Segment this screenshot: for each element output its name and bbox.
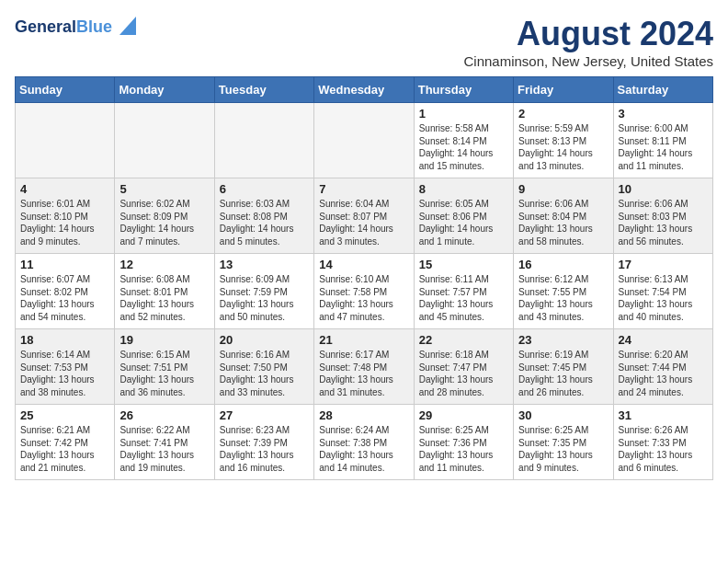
calendar-cell xyxy=(115,103,214,178)
calendar-cell: 26Sunrise: 6:22 AM Sunset: 7:41 PM Dayli… xyxy=(115,405,214,480)
day-info: Sunrise: 6:14 AM Sunset: 7:53 PM Dayligh… xyxy=(20,349,109,398)
weekday-header-sunday: Sunday xyxy=(16,77,115,103)
day-info: Sunrise: 6:20 AM Sunset: 7:44 PM Dayligh… xyxy=(619,349,708,398)
week-row-5: 25Sunrise: 6:21 AM Sunset: 7:42 PM Dayli… xyxy=(16,405,713,480)
day-info: Sunrise: 6:16 AM Sunset: 7:50 PM Dayligh… xyxy=(220,349,309,398)
day-number: 4 xyxy=(20,182,109,196)
day-info: Sunrise: 6:03 AM Sunset: 8:08 PM Dayligh… xyxy=(220,198,309,247)
day-info: Sunrise: 5:58 AM Sunset: 8:14 PM Dayligh… xyxy=(419,122,508,172)
day-info: Sunrise: 6:24 AM Sunset: 7:38 PM Dayligh… xyxy=(319,424,408,474)
day-number: 26 xyxy=(119,408,209,422)
day-number: 14 xyxy=(319,258,408,271)
day-number: 28 xyxy=(319,408,408,422)
day-number: 20 xyxy=(220,333,309,347)
day-number: 7 xyxy=(319,182,408,196)
day-number: 29 xyxy=(419,408,508,422)
logo-icon xyxy=(116,17,136,37)
calendar-cell: 15Sunrise: 6:11 AM Sunset: 7:57 PM Dayli… xyxy=(414,254,513,329)
page-header: GeneralBlue August 2024 Cinnaminson, New… xyxy=(15,15,713,69)
calendar-cell: 24Sunrise: 6:20 AM Sunset: 7:44 PM Dayli… xyxy=(613,329,712,405)
weekday-header-saturday: Saturday xyxy=(613,77,712,103)
day-info: Sunrise: 6:12 AM Sunset: 7:55 PM Dayligh… xyxy=(518,273,608,323)
day-number: 27 xyxy=(220,408,309,422)
day-number: 25 xyxy=(20,408,109,422)
day-number: 17 xyxy=(619,258,708,271)
day-info: Sunrise: 6:02 AM Sunset: 8:09 PM Dayligh… xyxy=(119,198,209,247)
day-info: Sunrise: 6:19 AM Sunset: 7:45 PM Dayligh… xyxy=(518,349,608,398)
calendar-cell: 30Sunrise: 6:25 AM Sunset: 7:35 PM Dayli… xyxy=(514,405,613,480)
day-info: Sunrise: 6:22 AM Sunset: 7:41 PM Dayligh… xyxy=(119,424,209,474)
day-number: 12 xyxy=(119,258,209,271)
day-info: Sunrise: 6:06 AM Sunset: 8:04 PM Dayligh… xyxy=(518,198,608,247)
day-info: Sunrise: 6:18 AM Sunset: 7:47 PM Dayligh… xyxy=(419,349,508,398)
day-number: 3 xyxy=(619,107,708,121)
calendar-cell: 10Sunrise: 6:06 AM Sunset: 8:03 PM Dayli… xyxy=(613,178,712,254)
weekday-header-row: SundayMondayTuesdayWednesdayThursdayFrid… xyxy=(16,77,713,103)
day-info: Sunrise: 6:05 AM Sunset: 8:06 PM Dayligh… xyxy=(419,198,508,247)
calendar-cell: 2Sunrise: 5:59 AM Sunset: 8:13 PM Daylig… xyxy=(514,103,613,178)
week-row-3: 11Sunrise: 6:07 AM Sunset: 8:02 PM Dayli… xyxy=(16,254,713,329)
day-info: Sunrise: 6:08 AM Sunset: 8:01 PM Dayligh… xyxy=(119,273,209,323)
day-number: 11 xyxy=(20,258,109,271)
week-row-4: 18Sunrise: 6:14 AM Sunset: 7:53 PM Dayli… xyxy=(16,329,713,405)
calendar-cell: 4Sunrise: 6:01 AM Sunset: 8:10 PM Daylig… xyxy=(16,178,115,254)
calendar-cell: 22Sunrise: 6:18 AM Sunset: 7:47 PM Dayli… xyxy=(414,329,513,405)
day-number: 18 xyxy=(20,333,109,347)
calendar-cell: 3Sunrise: 6:00 AM Sunset: 8:11 PM Daylig… xyxy=(613,103,712,178)
day-info: Sunrise: 6:10 AM Sunset: 7:58 PM Dayligh… xyxy=(319,273,408,323)
calendar-cell: 14Sunrise: 6:10 AM Sunset: 7:58 PM Dayli… xyxy=(314,254,414,329)
day-number: 30 xyxy=(518,408,608,422)
day-info: Sunrise: 6:25 AM Sunset: 7:36 PM Dayligh… xyxy=(419,424,508,474)
calendar-table: SundayMondayTuesdayWednesdayThursdayFrid… xyxy=(15,76,713,480)
day-info: Sunrise: 6:11 AM Sunset: 7:57 PM Dayligh… xyxy=(419,273,508,323)
logo-text: GeneralBlue xyxy=(15,18,112,37)
calendar-cell: 16Sunrise: 6:12 AM Sunset: 7:55 PM Dayli… xyxy=(514,254,613,329)
day-info: Sunrise: 6:13 AM Sunset: 7:54 PM Dayligh… xyxy=(619,273,708,323)
day-number: 31 xyxy=(619,408,708,422)
weekday-header-friday: Friday xyxy=(514,77,613,103)
day-number: 23 xyxy=(518,333,608,347)
logo: GeneralBlue xyxy=(15,15,136,40)
calendar-cell xyxy=(214,103,313,178)
calendar-cell: 9Sunrise: 6:06 AM Sunset: 8:04 PM Daylig… xyxy=(514,178,613,254)
calendar-cell: 19Sunrise: 6:15 AM Sunset: 7:51 PM Dayli… xyxy=(115,329,214,405)
svg-marker-0 xyxy=(119,17,136,35)
calendar-cell: 28Sunrise: 6:24 AM Sunset: 7:38 PM Dayli… xyxy=(314,405,414,480)
calendar-cell: 17Sunrise: 6:13 AM Sunset: 7:54 PM Dayli… xyxy=(613,254,712,329)
calendar-cell: 12Sunrise: 6:08 AM Sunset: 8:01 PM Dayli… xyxy=(115,254,214,329)
day-number: 16 xyxy=(518,258,608,271)
weekday-header-thursday: Thursday xyxy=(414,77,513,103)
day-info: Sunrise: 6:07 AM Sunset: 8:02 PM Dayligh… xyxy=(20,273,109,323)
day-number: 21 xyxy=(319,333,408,347)
day-info: Sunrise: 6:09 AM Sunset: 7:59 PM Dayligh… xyxy=(220,273,309,323)
calendar-cell: 1Sunrise: 5:58 AM Sunset: 8:14 PM Daylig… xyxy=(414,103,513,178)
calendar-cell: 31Sunrise: 6:26 AM Sunset: 7:33 PM Dayli… xyxy=(613,405,712,480)
day-number: 9 xyxy=(518,182,608,196)
calendar-cell: 29Sunrise: 6:25 AM Sunset: 7:36 PM Dayli… xyxy=(414,405,513,480)
day-number: 15 xyxy=(419,258,508,271)
day-info: Sunrise: 6:17 AM Sunset: 7:48 PM Dayligh… xyxy=(319,349,408,398)
day-number: 6 xyxy=(220,182,309,196)
calendar-cell: 23Sunrise: 6:19 AM Sunset: 7:45 PM Dayli… xyxy=(514,329,613,405)
calendar-cell xyxy=(16,103,115,178)
day-number: 10 xyxy=(619,182,708,196)
day-number: 8 xyxy=(419,182,508,196)
calendar-cell: 25Sunrise: 6:21 AM Sunset: 7:42 PM Dayli… xyxy=(16,405,115,480)
week-row-2: 4Sunrise: 6:01 AM Sunset: 8:10 PM Daylig… xyxy=(16,178,713,254)
day-info: Sunrise: 6:21 AM Sunset: 7:42 PM Dayligh… xyxy=(20,424,109,474)
day-number: 19 xyxy=(119,333,209,347)
calendar-cell: 20Sunrise: 6:16 AM Sunset: 7:50 PM Dayli… xyxy=(214,329,313,405)
day-info: Sunrise: 6:00 AM Sunset: 8:11 PM Dayligh… xyxy=(619,122,708,172)
month-title: August 2024 xyxy=(463,15,713,53)
calendar-cell: 8Sunrise: 6:05 AM Sunset: 8:06 PM Daylig… xyxy=(414,178,513,254)
day-info: Sunrise: 5:59 AM Sunset: 8:13 PM Dayligh… xyxy=(518,122,608,172)
calendar-cell: 21Sunrise: 6:17 AM Sunset: 7:48 PM Dayli… xyxy=(314,329,414,405)
day-info: Sunrise: 6:04 AM Sunset: 8:07 PM Dayligh… xyxy=(319,198,408,247)
title-area: August 2024 Cinnaminson, New Jersey, Uni… xyxy=(463,15,713,69)
day-info: Sunrise: 6:23 AM Sunset: 7:39 PM Dayligh… xyxy=(220,424,309,474)
day-number: 24 xyxy=(619,333,708,347)
day-number: 22 xyxy=(419,333,508,347)
day-info: Sunrise: 6:15 AM Sunset: 7:51 PM Dayligh… xyxy=(119,349,209,398)
location: Cinnaminson, New Jersey, United States xyxy=(463,53,713,69)
day-number: 13 xyxy=(220,258,309,271)
